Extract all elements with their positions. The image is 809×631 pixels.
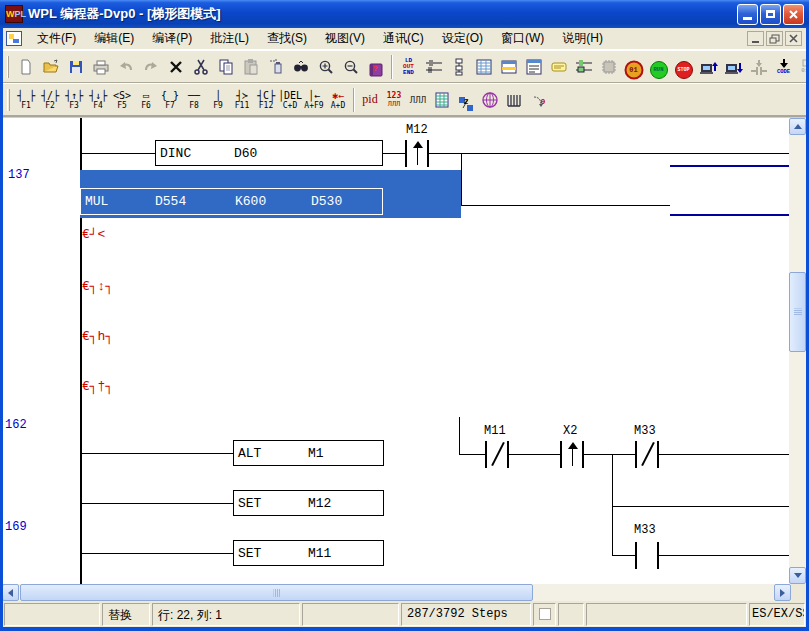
contact-m33-no[interactable] xyxy=(635,542,659,569)
compile-code-button[interactable]: CODE xyxy=(771,54,796,80)
toolbar-grip[interactable] xyxy=(7,56,9,78)
mdi-restore-button[interactable] xyxy=(766,31,783,46)
scroll-down-button[interactable] xyxy=(789,567,806,584)
contact-rising-button[interactable]: ┤↑├F3 xyxy=(62,86,86,114)
comment-edit-button[interactable] xyxy=(546,54,571,80)
mdi-close-button[interactable] xyxy=(785,31,802,46)
edit-mode-button[interactable]: 01 xyxy=(621,54,646,80)
ladder-editor[interactable]: 137 DINC D60 M12 MUL D554 K600 D530 €┘< … xyxy=(3,118,789,584)
status-empty-panel xyxy=(558,603,584,626)
contact-falling-button[interactable]: ┤↓├F4 xyxy=(86,86,110,114)
cut-vline-button[interactable]: ┤≻F11 xyxy=(230,86,254,114)
instruction-box-dinc[interactable]: DINC D60 xyxy=(155,140,383,166)
redo-button[interactable] xyxy=(138,54,163,80)
instruction-mode-button[interactable]: LD OUT END xyxy=(396,54,421,80)
instruction-operand1: D554 xyxy=(155,194,186,209)
counter-button[interactable]: ┤C├F12 xyxy=(254,86,278,114)
contact-m11-nc[interactable] xyxy=(485,441,509,468)
step-button[interactable]: <S>F5 xyxy=(110,86,134,114)
menu-view[interactable]: 视图(V) xyxy=(316,27,374,50)
stop-button[interactable]: STOP xyxy=(671,54,696,80)
coil-button[interactable]: { }F7 xyxy=(158,86,182,114)
minimize-button[interactable] xyxy=(737,4,758,25)
scroll-right-button[interactable] xyxy=(774,584,791,601)
menu-options[interactable]: 设定(O) xyxy=(433,27,492,50)
menu-file[interactable]: 文件(F) xyxy=(28,27,85,50)
new-button[interactable] xyxy=(13,54,38,80)
insert-row-button[interactable]: │←A+F9 xyxy=(302,86,326,114)
menu-compile[interactable]: 编译(P) xyxy=(143,27,201,50)
zoom-out-button[interactable] xyxy=(338,54,363,80)
paste-button[interactable] xyxy=(238,54,263,80)
horizontal-scrollbar[interactable] xyxy=(2,584,791,601)
delete-button[interactable] xyxy=(163,54,188,80)
goto-zero-button[interactable]: 0 xyxy=(526,86,550,114)
save-button[interactable] xyxy=(63,54,88,80)
title-bar[interactable]: WPL WPL 编程器-Dvp0 - [梯形图模式] xyxy=(0,0,809,28)
cut-button[interactable] xyxy=(188,54,213,80)
red-mark: €┐h┐ xyxy=(82,330,113,343)
ns-globe-button[interactable] xyxy=(478,86,502,114)
wave-button[interactable]: ЛЛЛ xyxy=(406,86,430,114)
menu-edit[interactable]: 编辑(E) xyxy=(85,27,143,50)
ladder-monitor-button[interactable] xyxy=(571,54,596,80)
vertical-scrollbar[interactable] xyxy=(789,118,806,584)
vline-button[interactable]: │F9 xyxy=(206,86,230,114)
menu-comment[interactable]: 批注(L) xyxy=(201,27,258,50)
download-button[interactable] xyxy=(721,54,746,80)
device-table-button[interactable] xyxy=(471,54,496,80)
ladder-mode-button[interactable] xyxy=(421,54,446,80)
instruction-list-button[interactable] xyxy=(521,54,546,80)
document-icon[interactable] xyxy=(6,31,22,46)
contact-x2-rising[interactable] xyxy=(560,441,584,468)
instruction-box-set-m11[interactable]: SET M11 xyxy=(233,540,384,566)
table-edit-button[interactable] xyxy=(430,86,454,114)
instruction-box-mul[interactable]: MUL D554 K600 D530 xyxy=(80,188,383,215)
menu-search[interactable]: 查找(S) xyxy=(258,27,316,50)
menu-window[interactable]: 窗口(W) xyxy=(492,27,553,50)
main-toolbar: ? LD OUT END 01 RUN STOP CODE 0101 xyxy=(3,50,806,83)
ladder-symbols-button[interactable] xyxy=(496,54,521,80)
online-edit-button[interactable] xyxy=(746,54,771,80)
contact-nc-button[interactable]: ┤/├F2 xyxy=(38,86,62,114)
contact-no-button[interactable]: ┤ ├F1 xyxy=(14,86,38,114)
upload-button[interactable] xyxy=(696,54,721,80)
numeric-wave-button[interactable]: 123ЛЛЛ xyxy=(382,86,406,114)
simulator-button[interactable] xyxy=(596,54,621,80)
scroll-left-button[interactable] xyxy=(2,584,19,601)
close-button[interactable] xyxy=(783,4,804,25)
zoom-in-button[interactable] xyxy=(313,54,338,80)
contact-m12-rising[interactable] xyxy=(405,140,429,167)
sfc-mode-button[interactable] xyxy=(446,54,471,80)
toolbar-grip-2[interactable] xyxy=(7,89,10,111)
paste-special-button[interactable] xyxy=(263,54,288,80)
instruction-box-alt[interactable]: ALT M1 xyxy=(233,440,384,466)
open-button[interactable] xyxy=(38,54,63,80)
delete-row-button[interactable]: ✱←A+D xyxy=(326,86,350,114)
menu-help[interactable]: 说明(H) xyxy=(553,27,612,50)
instruction-box-button[interactable]: ▭F6 xyxy=(134,86,158,114)
replace2-button[interactable]: 2 xyxy=(454,86,478,114)
print-button[interactable] xyxy=(88,54,113,80)
window-border-left xyxy=(0,28,3,631)
wplsoft-window: WPL WPL 编程器-Dvp0 - [梯形图模式] 文件(F) 编辑(E) 编… xyxy=(0,0,809,631)
help-button[interactable]: ? xyxy=(363,54,388,80)
pid-button[interactable]: pid xyxy=(358,86,382,114)
selected-rung[interactable]: MUL D554 K600 D530 xyxy=(80,170,461,218)
horizontal-scroll-thumb[interactable] xyxy=(20,584,533,601)
vertical-scroll-thumb[interactable] xyxy=(789,272,806,352)
instruction-box-set-m12[interactable]: SET M12 xyxy=(233,490,384,516)
run-button[interactable]: RUN xyxy=(646,54,671,80)
contact-m33-nc[interactable] xyxy=(635,441,659,468)
batch-button[interactable] xyxy=(502,86,526,114)
undo-button[interactable] xyxy=(113,54,138,80)
find-button[interactable] xyxy=(288,54,313,80)
mdi-close-icon xyxy=(789,34,798,43)
scroll-up-button[interactable] xyxy=(789,118,806,135)
menu-communication[interactable]: 通讯(C) xyxy=(374,27,433,50)
maximize-button[interactable] xyxy=(760,4,781,25)
copy-button[interactable] xyxy=(213,54,238,80)
hline-button[interactable]: ──F8 xyxy=(182,86,206,114)
mdi-minimize-button[interactable] xyxy=(747,31,764,46)
delete-vline-button[interactable]: │DELC+D xyxy=(278,86,302,114)
